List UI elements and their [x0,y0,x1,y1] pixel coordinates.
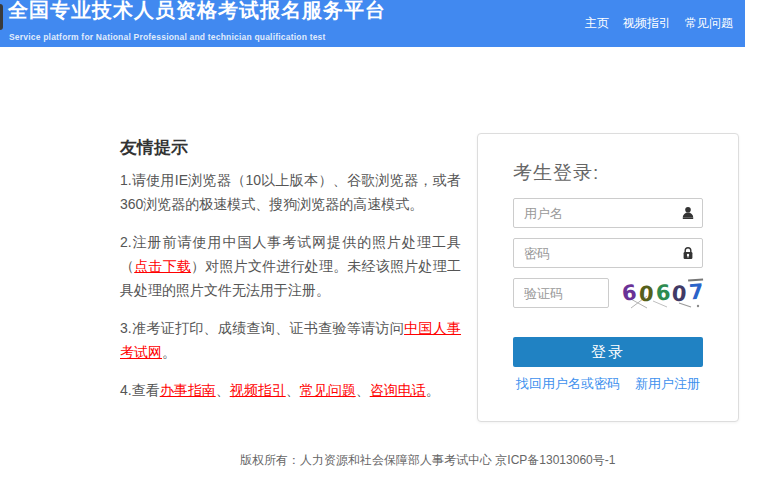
text-segment: 、 [356,382,370,398]
captcha-digits: 60607 [623,277,703,309]
phone-link[interactable]: 咨询电话 [370,382,426,398]
header: 全国专业技术人员资格考试报名服务平台 Service platform for … [0,0,745,47]
login-panel: 考生登录: 60607 [477,133,739,422]
text-segment: 4.查看 [120,382,160,398]
captcha-digit: 6 [621,282,638,304]
text-segment: 。 [426,382,440,398]
text-segment: 3.准考证打印、成绩查询、证书查验等请访问 [120,320,404,336]
tips-section: 友情提示 1.请使用IE浏览器（10以上版本）、谷歌浏览器，或者360浏览器的极… [120,136,461,416]
captcha-row: 60607 [513,278,703,308]
forgot-credentials-link[interactable]: 找回用户名或密码 [516,375,620,393]
video-guide-link[interactable]: 视频指引 [230,382,286,398]
nav-faq[interactable]: 常见问题 [685,15,733,32]
register-link[interactable]: 新用户注册 [635,375,700,393]
lock-icon [681,246,695,260]
user-icon [681,206,695,220]
captcha-image[interactable]: 60607 [623,277,703,309]
login-button[interactable]: 登录 [513,337,703,367]
captcha-field-wrapper [513,278,609,308]
text-segment: 、 [286,382,300,398]
nav-home[interactable]: 主页 [585,15,609,32]
text-segment: 。 [162,344,176,360]
site-title: 全国专业技术人员资格考试报名服务平台 [8,0,386,24]
password-field-wrapper [513,238,703,268]
tip-paragraph-4: 4.查看办事指南、视频指引、常见问题、咨询电话。 [120,378,461,402]
username-input[interactable] [513,198,703,228]
screen-edge-artifact [0,4,3,30]
captcha-digit: 7 [688,279,704,304]
tip-paragraph-2: 2.注册前请使用中国人事考试网提供的照片处理工具（点击下载）对照片文件进行处理。… [120,230,461,302]
service-guide-link[interactable]: 办事指南 [160,382,216,398]
header-nav: 主页 视频指引 常见问题 [585,15,733,32]
captcha-input[interactable] [513,278,609,308]
footer-copyright: 版权所有：人力资源和社会保障部人事考试中心 京ICP备13013060号-1 [240,452,615,469]
text-segment: 1.请使用IE浏览器（10以上版本）、谷歌浏览器，或者360浏览器的极速模式、搜… [120,172,461,212]
tips-heading: 友情提示 [120,136,461,159]
captcha-digit: 0 [638,283,654,305]
captcha-digit: 6 [655,282,671,304]
password-input[interactable] [513,238,703,268]
login-heading: 考生登录: [513,161,703,185]
nav-video-guide[interactable]: 视频指引 [623,15,671,32]
login-links-row: 找回用户名或密码 新用户注册 [513,375,703,393]
text-segment: 、 [216,382,230,398]
captcha-digit: 0 [671,283,687,305]
tip-paragraph-3: 3.准考证打印、成绩查询、证书查验等请访问中国人事考试网。 [120,316,461,364]
tip-paragraph-1: 1.请使用IE浏览器（10以上版本）、谷歌浏览器，或者360浏览器的极速模式、搜… [120,168,461,216]
username-field-wrapper [513,198,703,228]
site-subtitle: Service platform for National Profession… [9,32,326,42]
download-photo-tool-link[interactable]: 点击下载 [134,258,191,274]
faq-link[interactable]: 常见问题 [300,382,356,398]
